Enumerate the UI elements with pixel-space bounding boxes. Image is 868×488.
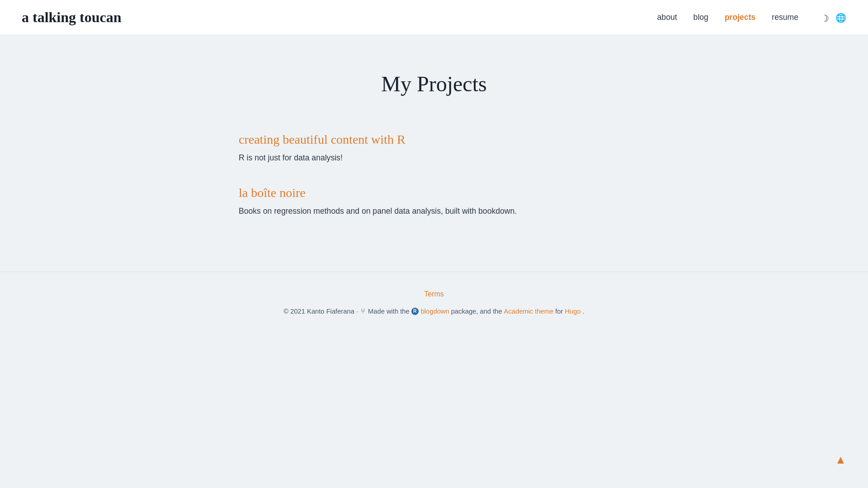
footer-terms: Terms [22, 290, 846, 298]
dark-mode-toggle[interactable] [820, 13, 829, 22]
nav-link-projects[interactable]: projects [725, 13, 755, 22]
project-item-1: creating beautiful content with R R is n… [239, 132, 629, 164]
period: . [583, 308, 585, 315]
nav-icons [820, 12, 846, 23]
moon-icon [820, 13, 829, 22]
main-nav: about blog projects resume [657, 12, 846, 23]
language-toggle[interactable] [835, 12, 846, 23]
page-title: My Projects [239, 71, 629, 96]
hugo-link[interactable]: Hugo [565, 308, 580, 315]
project-link-1[interactable]: creating beautiful content with R [239, 132, 406, 147]
project-description-1: R is not just for data analysis! [239, 151, 629, 164]
r-pkg-icon: R [411, 308, 419, 315]
project-description-2: Books on regression methods and on panel… [239, 205, 629, 217]
site-footer: Terms © 2021 Kanto Fiaferana · ⑂ Made wi… [0, 272, 868, 337]
for-text: for [555, 308, 563, 315]
site-title[interactable]: a talking toucan [22, 9, 121, 26]
project-list: creating beautiful content with R R is n… [239, 132, 629, 217]
nav-link-blog[interactable]: blog [693, 13, 708, 22]
footer-copy: © 2021 Kanto Fiaferana · ⑂ Made with the… [22, 307, 846, 315]
project-link-2[interactable]: la boîte noire [239, 186, 306, 200]
academic-link[interactable]: Academic theme [504, 308, 554, 315]
main-content: My Projects creating beautiful content w… [217, 35, 651, 272]
nav-link-resume[interactable]: resume [772, 13, 798, 22]
globe-icon [835, 12, 846, 23]
nav-link-about[interactable]: about [657, 13, 677, 22]
git-icon: ⑂ [361, 307, 365, 315]
copyright-text: © 2021 Kanto Fiaferana · [283, 308, 358, 315]
package-text: package, and the [451, 308, 502, 315]
blogdown-link[interactable]: blogdown [421, 308, 449, 315]
scroll-top-button[interactable]: ▲ [835, 453, 846, 466]
scroll-top-icon: ▲ [835, 453, 846, 466]
project-item-2: la boîte noire Books on regression metho… [239, 186, 629, 217]
terms-link[interactable]: Terms [424, 290, 444, 298]
made-with-text: Made with the [368, 308, 410, 315]
site-header: a talking toucan about blog projects res… [0, 0, 868, 35]
